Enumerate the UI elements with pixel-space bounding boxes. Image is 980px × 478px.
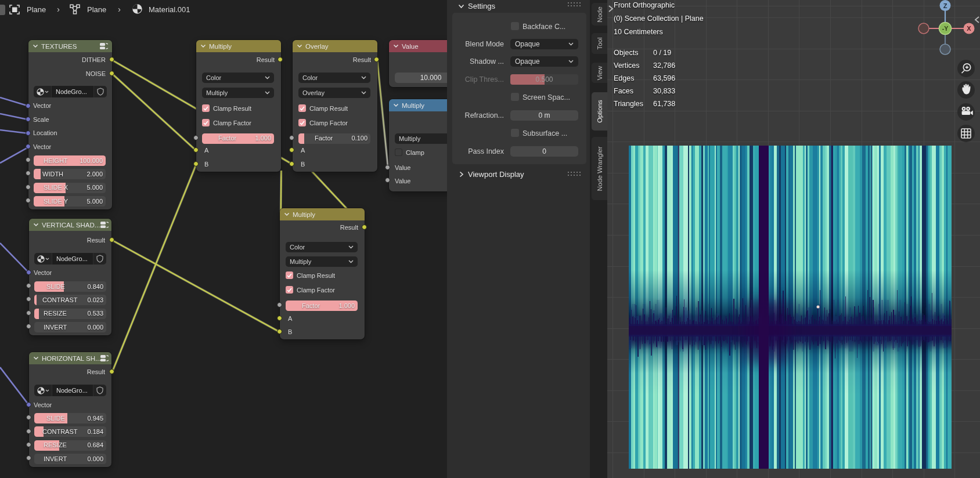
svg-text:Z: Z	[943, 2, 947, 9]
svg-text:-Y: -Y	[942, 25, 949, 32]
svg-text:X: X	[967, 25, 971, 32]
